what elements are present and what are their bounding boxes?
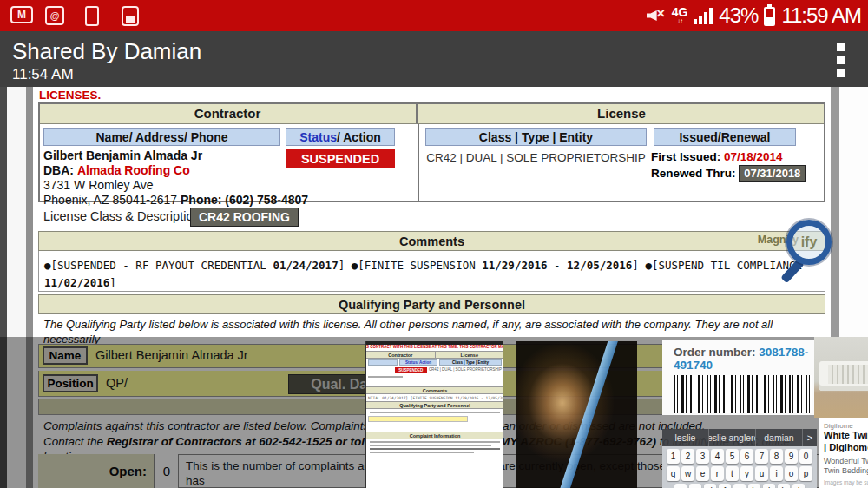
app-header: Shared By Damian 11:54 AM: [0, 31, 868, 87]
suggestion-2[interactable]: leslie anglero: [709, 429, 756, 446]
key-7[interactable]: 7: [755, 449, 768, 464]
preview-class-header: Class | Type | Entity: [439, 359, 502, 366]
onscreen-keyboard: leslieleslie anglerodamian> 1234567890 q…: [662, 429, 817, 488]
key-d[interactable]: d: [704, 484, 717, 488]
key-r[interactable]: r: [711, 466, 724, 481]
qualifying-party-header: Qualifying Party and Personnel: [38, 294, 825, 314]
key-a[interactable]: a: [674, 484, 687, 488]
key-l[interactable]: l: [792, 484, 806, 488]
suggestion-3[interactable]: damian: [756, 429, 803, 446]
key-8[interactable]: 8: [770, 449, 783, 464]
preview-suspended-badge: SUSPENDED: [395, 367, 427, 373]
camera-notification-icon: @: [45, 6, 64, 25]
barcode-graphic: [674, 375, 812, 413]
search-result-source: Digihome: [824, 422, 868, 430]
renewed-thru-badge: 07/31/2018: [739, 165, 806, 182]
contractor-city: Phoenix, AZ 85041-2617: [43, 193, 177, 207]
key-i[interactable]: i: [770, 466, 783, 481]
signal-strength-icon: [694, 7, 713, 24]
preview-qualifying-header: Qualifying Party and Personnel: [366, 401, 503, 409]
magnifier-cursor-icon[interactable]: ify: [786, 220, 832, 265]
order-number-label: Order number:: [674, 346, 759, 359]
search-result-desc-line1: Wonderful Twin Tru: [824, 457, 868, 467]
search-result-desc-line2: Twin Bedding .: [824, 466, 868, 477]
comments-text: ●[SUSPENDED - RF PAYOUT CREDENTIAL 01/24…: [39, 251, 825, 298]
key-j[interactable]: j: [763, 484, 776, 488]
gmail-notification-icon: M: [10, 6, 33, 23]
contractor-address: 3731 W Romley Ave: [43, 178, 308, 193]
table-column-divider: [418, 124, 419, 202]
key-4[interactable]: 4: [711, 449, 724, 464]
search-result-title-line2: | Digihome: [824, 442, 868, 454]
class-type-entity-header: Class | Type | Entity: [425, 128, 647, 146]
key-e[interactable]: e: [696, 466, 709, 481]
status-link[interactable]: Status: [299, 130, 337, 144]
search-result-title-line1: White Twin Tru: [824, 430, 868, 442]
key-1[interactable]: 1: [667, 449, 680, 464]
phone-screen: M @ ✕ 4G ↓↑ 43% 11:59 AM Shared By Damia…: [0, 0, 868, 488]
key-9[interactable]: 9: [785, 449, 798, 464]
key-3[interactable]: 3: [696, 449, 709, 464]
key-q[interactable]: q: [667, 466, 680, 481]
key-g[interactable]: g: [733, 484, 746, 488]
overflow-menu-button[interactable]: [837, 43, 845, 82]
key-u[interactable]: u: [755, 466, 768, 481]
white-bed-in-photo: [819, 361, 868, 391]
screenshot-notification-icon: [122, 6, 139, 26]
keyboard-home-row: asdfghjkl: [662, 484, 817, 488]
key-k[interactable]: k: [778, 484, 791, 488]
preview-red-banner: S CONTRACT WITH THIS LICENSE AT THIS TIM…: [366, 345, 503, 351]
key-s[interactable]: s: [689, 484, 702, 488]
comments-section-header: Comments: [38, 231, 825, 251]
dba-label: DBA:: [43, 163, 74, 177]
comments-body: ●[SUSPENDED - RF PAYOUT CREDENTIAL 01/24…: [38, 251, 825, 292]
battery-percent: 43%: [719, 3, 758, 28]
name-address-phone-header: Name/ Address/ Phone: [43, 128, 280, 146]
keyboard-suggestion-bar: leslieleslie anglerodamian>: [662, 429, 817, 446]
status-clock: 11:59 AM: [781, 3, 861, 28]
key-f[interactable]: f: [719, 484, 732, 488]
first-issued-label: First Issued:: [651, 150, 720, 163]
document-preview-thumbnail[interactable]: S CONTRACT WITH THIS LICENSE AT THIS TIM…: [365, 341, 503, 488]
suggestions-expand-arrow[interactable]: >: [803, 429, 817, 446]
keyboard-qwerty-row: qwertyuiop: [662, 466, 817, 481]
renewed-thru-label: Renewed Thru:: [651, 167, 736, 180]
contractor-name: Gilbert Benjamin Almada Jr: [43, 148, 308, 163]
search-result-footnote: Images may be subje: [824, 479, 868, 485]
preview-contractor-header: Contractor: [366, 352, 436, 358]
dba-name: Almada Roofing Co: [77, 163, 190, 177]
key-5[interactable]: 5: [726, 449, 739, 464]
preview-class-row: CR42 | DUAL | SOLE PROPRIETORSHIP: [429, 367, 502, 373]
issued-renewal-header: Issued/Renewal: [654, 128, 796, 146]
battery-icon: [764, 7, 775, 26]
flashlight-photo-thumbnail[interactable]: [516, 341, 637, 488]
key-h[interactable]: h: [748, 484, 761, 488]
preview-license-header: License: [436, 352, 504, 358]
smart-stay-icon: [85, 6, 99, 26]
barcode-small-number: 3081788491740: [674, 414, 816, 415]
class-description-label: License Class & Description: [43, 209, 201, 223]
furniture-photo-thumbnail[interactable]: [814, 337, 868, 418]
preview-comments-line: NTIAL 01/24/2017] [FINITE SUSPENSION 11/…: [366, 394, 503, 401]
key-o[interactable]: o: [785, 466, 798, 481]
key-w[interactable]: w: [681, 466, 694, 481]
key-y[interactable]: y: [740, 466, 753, 481]
key-0[interactable]: 0: [799, 449, 812, 464]
shared-timestamp: 11:54 AM: [12, 66, 74, 83]
search-result-card[interactable]: Digihome White Twin Tru | Digihome Wonde…: [819, 418, 868, 488]
key-6[interactable]: 6: [740, 449, 753, 464]
licenses-section-label: LICENSES.: [39, 89, 101, 102]
key-t[interactable]: t: [726, 466, 739, 481]
order-barcode-thumbnail[interactable]: Order number: 3081788-491740 30817884917…: [662, 340, 825, 415]
status-badge: SUSPENDED: [286, 149, 395, 168]
key-2[interactable]: 2: [681, 449, 694, 464]
status-action-header[interactable]: Status/ Action: [286, 128, 395, 146]
lte-4g-icon: 4G ↓↑: [672, 6, 688, 25]
contractor-phone: Phone: (602) 758-4807: [181, 193, 308, 207]
mute-vibrate-icon: ✕: [647, 7, 666, 24]
blue-pipe-in-photo: [556, 341, 621, 488]
keyboard-keys-area: 1234567890 qwertyuiop asdfghjkl: [662, 446, 817, 488]
key-p[interactable]: p: [799, 466, 812, 481]
suggestion-1[interactable]: leslie: [662, 429, 709, 446]
class-description-badge: CR42 ROOFING: [190, 208, 299, 227]
